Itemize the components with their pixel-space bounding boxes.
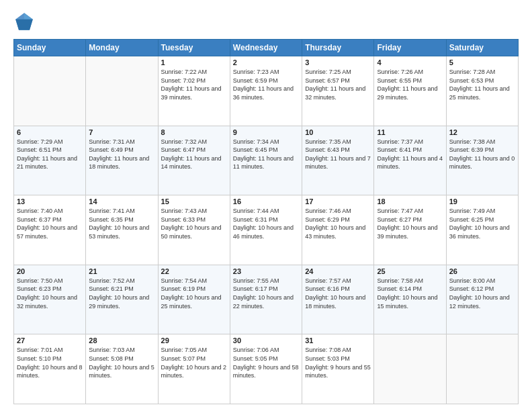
cell-info: Sunrise: 7:08 AM Sunset: 5:03 PM Dayligh…	[305, 346, 371, 379]
cell-info: Sunrise: 7:34 AM Sunset: 6:45 PM Dayligh…	[233, 138, 299, 171]
calendar-cell: 6Sunrise: 7:29 AM Sunset: 6:51 PM Daylig…	[14, 126, 86, 195]
calendar-cell	[86, 56, 158, 126]
day-number: 22	[161, 267, 227, 275]
calendar-cell: 11Sunrise: 7:37 AM Sunset: 6:41 PM Dayli…	[374, 126, 446, 195]
calendar-cell: 27Sunrise: 7:01 AM Sunset: 5:10 PM Dayli…	[14, 334, 86, 404]
day-number: 2	[233, 58, 299, 66]
day-number: 5	[449, 58, 515, 66]
day-header-sunday: Sunday	[14, 40, 86, 56]
cell-info: Sunrise: 7:58 AM Sunset: 6:14 PM Dayligh…	[377, 277, 443, 310]
cell-info: Sunrise: 7:29 AM Sunset: 6:51 PM Dayligh…	[17, 138, 83, 171]
cell-info: Sunrise: 7:25 AM Sunset: 6:57 PM Dayligh…	[305, 68, 371, 101]
day-number: 19	[449, 197, 515, 205]
cell-info: Sunrise: 7:57 AM Sunset: 6:16 PM Dayligh…	[305, 277, 371, 310]
header	[13, 11, 519, 32]
cell-info: Sunrise: 7:50 AM Sunset: 6:23 PM Dayligh…	[17, 277, 83, 310]
calendar-cell: 7Sunrise: 7:31 AM Sunset: 6:49 PM Daylig…	[86, 126, 158, 195]
day-number: 26	[449, 267, 515, 275]
calendar-cell: 8Sunrise: 7:32 AM Sunset: 6:47 PM Daylig…	[158, 126, 230, 195]
cell-info: Sunrise: 7:31 AM Sunset: 6:49 PM Dayligh…	[89, 138, 154, 171]
calendar-cell: 23Sunrise: 7:55 AM Sunset: 6:17 PM Dayli…	[230, 265, 302, 334]
calendar-cell: 4Sunrise: 7:26 AM Sunset: 6:55 PM Daylig…	[374, 56, 446, 126]
calendar-cell: 17Sunrise: 7:46 AM Sunset: 6:29 PM Dayli…	[302, 195, 374, 265]
calendar-cell: 14Sunrise: 7:41 AM Sunset: 6:35 PM Dayli…	[86, 195, 158, 265]
day-number: 3	[305, 58, 371, 66]
day-number: 8	[161, 128, 227, 136]
day-number: 12	[449, 128, 515, 136]
calendar-cell: 12Sunrise: 7:38 AM Sunset: 6:39 PM Dayli…	[446, 126, 518, 195]
calendar-cell: 5Sunrise: 7:28 AM Sunset: 6:53 PM Daylig…	[446, 56, 518, 126]
calendar-cell: 18Sunrise: 7:47 AM Sunset: 6:27 PM Dayli…	[374, 195, 446, 265]
cell-info: Sunrise: 8:00 AM Sunset: 6:12 PM Dayligh…	[449, 277, 515, 310]
day-number: 14	[89, 197, 154, 205]
day-number: 13	[17, 197, 83, 205]
calendar-cell: 22Sunrise: 7:54 AM Sunset: 6:19 PM Dayli…	[158, 265, 230, 334]
cell-info: Sunrise: 7:46 AM Sunset: 6:29 PM Dayligh…	[305, 207, 371, 240]
svg-marker-2	[15, 19, 33, 30]
svg-marker-1	[24, 13, 33, 19]
day-number: 4	[377, 58, 443, 66]
calendar-cell: 26Sunrise: 8:00 AM Sunset: 6:12 PM Dayli…	[446, 265, 518, 334]
day-number: 16	[233, 197, 299, 205]
cell-info: Sunrise: 7:43 AM Sunset: 6:33 PM Dayligh…	[161, 207, 227, 240]
cell-info: Sunrise: 7:32 AM Sunset: 6:47 PM Dayligh…	[161, 138, 227, 171]
day-number: 25	[377, 267, 443, 275]
day-number: 28	[89, 336, 154, 345]
calendar-cell: 3Sunrise: 7:25 AM Sunset: 6:57 PM Daylig…	[302, 56, 374, 126]
day-number: 17	[305, 197, 371, 205]
day-number: 23	[233, 267, 299, 275]
week-row-2: 6Sunrise: 7:29 AM Sunset: 6:51 PM Daylig…	[14, 126, 519, 195]
cell-info: Sunrise: 7:06 AM Sunset: 5:05 PM Dayligh…	[233, 346, 299, 379]
calendar-cell: 28Sunrise: 7:03 AM Sunset: 5:08 PM Dayli…	[86, 334, 158, 404]
day-number: 27	[17, 336, 83, 345]
day-number: 10	[305, 128, 371, 136]
cell-info: Sunrise: 7:52 AM Sunset: 6:21 PM Dayligh…	[89, 277, 154, 310]
cell-info: Sunrise: 7:37 AM Sunset: 6:41 PM Dayligh…	[377, 138, 443, 171]
cell-info: Sunrise: 7:01 AM Sunset: 5:10 PM Dayligh…	[17, 346, 83, 379]
week-row-3: 13Sunrise: 7:40 AM Sunset: 6:37 PM Dayli…	[14, 195, 519, 265]
day-number: 30	[233, 336, 299, 345]
day-header-thursday: Thursday	[302, 40, 374, 56]
day-number: 6	[17, 128, 83, 136]
cell-info: Sunrise: 7:47 AM Sunset: 6:27 PM Dayligh…	[377, 207, 443, 240]
cell-info: Sunrise: 7:49 AM Sunset: 6:25 PM Dayligh…	[449, 207, 515, 240]
day-header-saturday: Saturday	[446, 40, 518, 56]
calendar-cell: 1Sunrise: 7:22 AM Sunset: 7:02 PM Daylig…	[158, 56, 230, 126]
day-number: 29	[161, 336, 227, 345]
cell-info: Sunrise: 7:44 AM Sunset: 6:31 PM Dayligh…	[233, 207, 299, 240]
page: SundayMondayTuesdayWednesdayThursdayFrid…	[0, 0, 532, 411]
calendar-cell: 24Sunrise: 7:57 AM Sunset: 6:16 PM Dayli…	[302, 265, 374, 334]
calendar-cell: 9Sunrise: 7:34 AM Sunset: 6:45 PM Daylig…	[230, 126, 302, 195]
logo	[13, 11, 38, 32]
day-number: 1	[161, 58, 227, 66]
calendar-cell: 13Sunrise: 7:40 AM Sunset: 6:37 PM Dayli…	[14, 195, 86, 265]
calendar-cell: 2Sunrise: 7:23 AM Sunset: 6:59 PM Daylig…	[230, 56, 302, 126]
calendar-table: SundayMondayTuesdayWednesdayThursdayFrid…	[13, 39, 519, 404]
cell-info: Sunrise: 7:03 AM Sunset: 5:08 PM Dayligh…	[89, 346, 154, 379]
calendar-cell	[374, 334, 446, 404]
day-number: 9	[233, 128, 299, 136]
cell-info: Sunrise: 7:41 AM Sunset: 6:35 PM Dayligh…	[89, 207, 154, 240]
cell-info: Sunrise: 7:40 AM Sunset: 6:37 PM Dayligh…	[17, 207, 83, 240]
day-number: 18	[377, 197, 443, 205]
cell-info: Sunrise: 7:28 AM Sunset: 6:53 PM Dayligh…	[449, 68, 515, 101]
day-number: 21	[89, 267, 154, 275]
calendar-cell: 30Sunrise: 7:06 AM Sunset: 5:05 PM Dayli…	[230, 334, 302, 404]
day-header-tuesday: Tuesday	[158, 40, 230, 56]
day-number: 31	[305, 336, 371, 345]
week-row-1: 1Sunrise: 7:22 AM Sunset: 7:02 PM Daylig…	[14, 56, 519, 126]
calendar-cell: 15Sunrise: 7:43 AM Sunset: 6:33 PM Dayli…	[158, 195, 230, 265]
day-header-wednesday: Wednesday	[230, 40, 302, 56]
calendar-cell	[446, 334, 518, 404]
day-header-friday: Friday	[374, 40, 446, 56]
calendar-cell: 31Sunrise: 7:08 AM Sunset: 5:03 PM Dayli…	[302, 334, 374, 404]
calendar-cell: 10Sunrise: 7:35 AM Sunset: 6:43 PM Dayli…	[302, 126, 374, 195]
day-number: 7	[89, 128, 154, 136]
cell-info: Sunrise: 7:26 AM Sunset: 6:55 PM Dayligh…	[377, 68, 443, 101]
day-number: 11	[377, 128, 443, 136]
cell-info: Sunrise: 7:22 AM Sunset: 7:02 PM Dayligh…	[161, 68, 227, 101]
day-number: 20	[17, 267, 83, 275]
calendar-cell: 29Sunrise: 7:05 AM Sunset: 5:07 PM Dayli…	[158, 334, 230, 404]
calendar-cell: 25Sunrise: 7:58 AM Sunset: 6:14 PM Dayli…	[374, 265, 446, 334]
cell-info: Sunrise: 7:35 AM Sunset: 6:43 PM Dayligh…	[305, 138, 371, 171]
